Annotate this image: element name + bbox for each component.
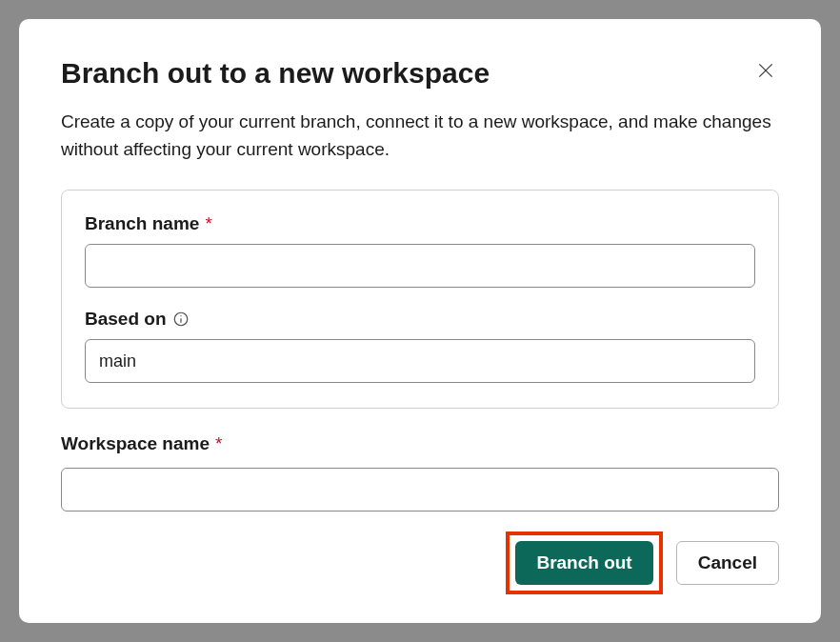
branch-settings-group: Branch name * Based on [61, 190, 779, 409]
cancel-button[interactable]: Cancel [676, 541, 779, 585]
branch-out-dialog: Branch out to a new workspace Create a c… [19, 19, 821, 623]
based-on-label: Based on [85, 309, 755, 330]
workspace-name-input[interactable] [61, 468, 779, 512]
workspace-name-label: Workspace name * [61, 433, 779, 454]
branch-out-button[interactable]: Branch out [515, 541, 652, 585]
dialog-title: Branch out to a new workspace [61, 57, 490, 90]
based-on-input[interactable] [85, 339, 755, 383]
required-marker: * [205, 213, 211, 234]
based-on-label-text: Based on [85, 309, 167, 330]
branch-name-field: Branch name * [85, 213, 755, 288]
dialog-description: Create a copy of your current branch, co… [61, 109, 779, 163]
branch-name-input[interactable] [85, 244, 755, 288]
based-on-field: Based on [85, 309, 755, 383]
highlight-annotation: Branch out [506, 532, 662, 594]
dialog-header: Branch out to a new workspace [61, 57, 779, 90]
branch-name-label: Branch name * [85, 213, 755, 234]
required-marker: * [215, 433, 222, 454]
svg-point-4 [180, 315, 181, 316]
workspace-name-label-text: Workspace name [61, 433, 210, 454]
close-icon [756, 61, 775, 83]
workspace-name-field: Workspace name * [61, 433, 779, 512]
dialog-actions: Branch out Cancel [61, 532, 779, 594]
branch-name-label-text: Branch name [85, 213, 199, 234]
info-icon[interactable] [172, 311, 190, 328]
close-button[interactable] [752, 57, 779, 87]
